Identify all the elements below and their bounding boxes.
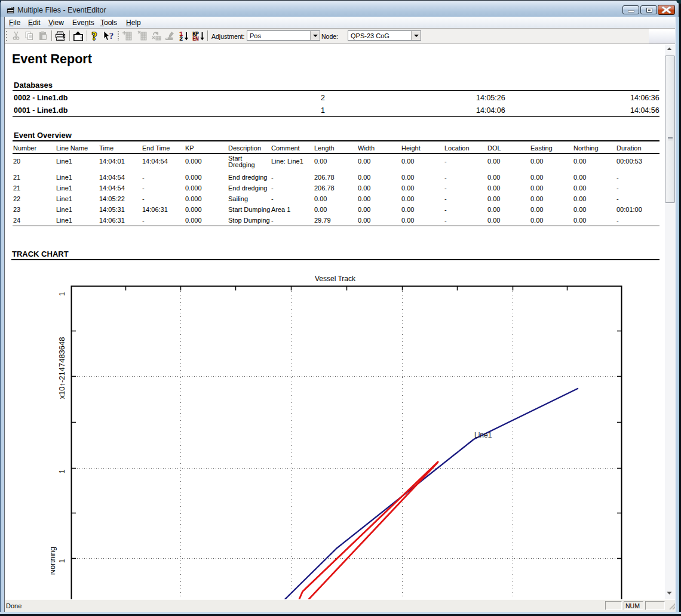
svg-text:2: 2 <box>179 35 183 41</box>
svg-text:1: 1 <box>58 559 66 563</box>
svg-text:1: 1 <box>58 292 66 296</box>
svg-text:1: 1 <box>58 469 66 473</box>
svg-text:Vessel Track: Vessel Track <box>315 275 356 283</box>
svg-text:?: ? <box>92 30 97 42</box>
svg-text:Line1: Line1 <box>474 431 492 439</box>
svg-text:EN: EN <box>192 36 199 41</box>
svg-text:Northing: Northing <box>51 547 57 575</box>
svg-text:x10↑-2147483648: x10↑-2147483648 <box>57 337 66 399</box>
svg-text:?: ? <box>109 31 114 41</box>
